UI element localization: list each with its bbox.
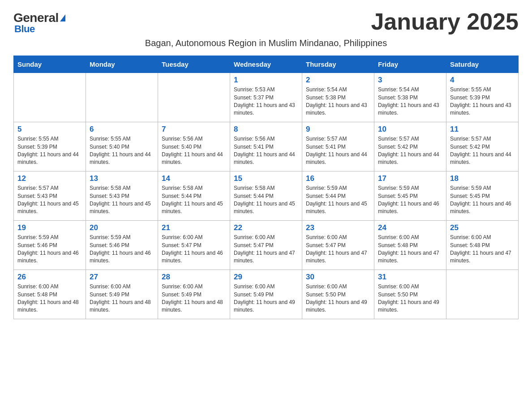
- day-number: 23: [306, 223, 370, 232]
- calendar-body: 1Sunrise: 5:53 AMSunset: 5:37 PMDaylight…: [14, 73, 519, 319]
- week-row-3: 12Sunrise: 5:57 AMSunset: 5:43 PMDayligh…: [14, 171, 519, 221]
- day-cell-8: 8Sunrise: 5:56 AMSunset: 5:41 PMDaylight…: [230, 122, 302, 171]
- day-info: Sunrise: 5:55 AMSunset: 5:40 PMDaylight:…: [90, 135, 154, 167]
- day-info: Sunrise: 5:59 AMSunset: 5:44 PMDaylight:…: [306, 184, 370, 216]
- day-info: Sunrise: 5:59 AMSunset: 5:46 PMDaylight:…: [90, 234, 154, 265]
- day-number: 27: [90, 273, 154, 282]
- day-number: 26: [17, 273, 82, 282]
- day-number: 30: [306, 273, 370, 282]
- day-info: Sunrise: 5:58 AMSunset: 5:44 PMDaylight:…: [162, 184, 226, 216]
- day-number: 16: [306, 174, 370, 183]
- day-number: 20: [90, 223, 154, 232]
- day-number: 4: [450, 76, 515, 85]
- day-cell-29: 29Sunrise: 6:00 AMSunset: 5:49 PMDayligh…: [230, 270, 302, 319]
- day-number: 3: [378, 76, 442, 85]
- logo: General Blue: [13, 9, 65, 34]
- day-number: 28: [162, 273, 226, 282]
- day-number: 29: [234, 273, 298, 282]
- day-cell-27: 27Sunrise: 6:00 AMSunset: 5:49 PMDayligh…: [86, 270, 158, 319]
- header-wednesday: Wednesday: [230, 56, 302, 73]
- day-cell-16: 16Sunrise: 5:59 AMSunset: 5:44 PMDayligh…: [302, 171, 374, 221]
- week-row-4: 19Sunrise: 5:59 AMSunset: 5:46 PMDayligh…: [14, 221, 519, 270]
- day-number: 6: [90, 125, 154, 134]
- day-info: Sunrise: 5:59 AMSunset: 5:45 PMDaylight:…: [378, 184, 442, 216]
- logo-blue: Blue: [14, 24, 35, 34]
- page-title: January 2025: [371, 9, 519, 34]
- day-number: 14: [162, 174, 226, 183]
- day-info: Sunrise: 6:00 AMSunset: 5:48 PMDaylight:…: [378, 234, 442, 265]
- day-number: 22: [234, 223, 298, 232]
- day-info: Sunrise: 5:58 AMSunset: 5:44 PMDaylight:…: [234, 184, 298, 216]
- empty-cell: [14, 73, 86, 122]
- day-number: 10: [378, 125, 442, 134]
- day-cell-7: 7Sunrise: 5:56 AMSunset: 5:40 PMDaylight…: [158, 122, 230, 171]
- week-row-5: 26Sunrise: 6:00 AMSunset: 5:48 PMDayligh…: [14, 270, 519, 319]
- day-info: Sunrise: 6:00 AMSunset: 5:50 PMDaylight:…: [306, 283, 370, 314]
- day-number: 8: [234, 125, 298, 134]
- day-info: Sunrise: 5:59 AMSunset: 5:45 PMDaylight:…: [450, 184, 515, 216]
- day-cell-28: 28Sunrise: 6:00 AMSunset: 5:49 PMDayligh…: [158, 270, 230, 319]
- day-info: Sunrise: 6:00 AMSunset: 5:49 PMDaylight:…: [162, 283, 226, 314]
- day-number: 13: [90, 174, 154, 183]
- day-cell-6: 6Sunrise: 5:55 AMSunset: 5:40 PMDaylight…: [86, 122, 158, 171]
- day-cell-4: 4Sunrise: 5:55 AMSunset: 5:39 PMDaylight…: [446, 73, 519, 122]
- day-cell-5: 5Sunrise: 5:55 AMSunset: 5:39 PMDaylight…: [14, 122, 86, 171]
- day-number: 5: [17, 125, 82, 134]
- day-info: Sunrise: 5:56 AMSunset: 5:40 PMDaylight:…: [162, 135, 226, 167]
- logo-triangle-icon: [60, 14, 65, 21]
- day-cell-13: 13Sunrise: 5:58 AMSunset: 5:43 PMDayligh…: [86, 171, 158, 221]
- day-info: Sunrise: 5:55 AMSunset: 5:39 PMDaylight:…: [17, 135, 82, 167]
- day-cell-2: 2Sunrise: 5:54 AMSunset: 5:38 PMDaylight…: [302, 73, 374, 122]
- day-cell-23: 23Sunrise: 6:00 AMSunset: 5:47 PMDayligh…: [302, 221, 374, 270]
- day-number: 12: [17, 174, 82, 183]
- calendar-table: SundayMondayTuesdayWednesdayThursdayFrid…: [13, 56, 519, 319]
- day-number: 17: [378, 174, 442, 183]
- day-cell-12: 12Sunrise: 5:57 AMSunset: 5:43 PMDayligh…: [14, 171, 86, 221]
- day-number: 24: [378, 223, 442, 232]
- day-cell-9: 9Sunrise: 5:57 AMSunset: 5:41 PMDaylight…: [302, 122, 374, 171]
- day-info: Sunrise: 5:54 AMSunset: 5:38 PMDaylight:…: [306, 86, 370, 117]
- day-cell-10: 10Sunrise: 5:57 AMSunset: 5:42 PMDayligh…: [374, 122, 446, 171]
- header-monday: Monday: [86, 56, 158, 73]
- day-cell-21: 21Sunrise: 6:00 AMSunset: 5:47 PMDayligh…: [158, 221, 230, 270]
- day-cell-1: 1Sunrise: 5:53 AMSunset: 5:37 PMDaylight…: [230, 73, 302, 122]
- empty-cell: [158, 73, 230, 122]
- header-sunday: Sunday: [14, 56, 86, 73]
- day-number: 9: [306, 125, 370, 134]
- header-row: SundayMondayTuesdayWednesdayThursdayFrid…: [14, 56, 519, 73]
- calendar-header: SundayMondayTuesdayWednesdayThursdayFrid…: [14, 56, 519, 73]
- header-saturday: Saturday: [446, 56, 519, 73]
- day-info: Sunrise: 6:00 AMSunset: 5:47 PMDaylight:…: [306, 234, 370, 265]
- day-cell-19: 19Sunrise: 5:59 AMSunset: 5:46 PMDayligh…: [14, 221, 86, 270]
- day-cell-20: 20Sunrise: 5:59 AMSunset: 5:46 PMDayligh…: [86, 221, 158, 270]
- day-info: Sunrise: 6:00 AMSunset: 5:47 PMDaylight:…: [162, 234, 226, 265]
- day-cell-24: 24Sunrise: 6:00 AMSunset: 5:48 PMDayligh…: [374, 221, 446, 270]
- day-cell-3: 3Sunrise: 5:54 AMSunset: 5:38 PMDaylight…: [374, 73, 446, 122]
- day-info: Sunrise: 5:58 AMSunset: 5:43 PMDaylight:…: [90, 184, 154, 216]
- header-tuesday: Tuesday: [158, 56, 230, 73]
- day-info: Sunrise: 6:00 AMSunset: 5:50 PMDaylight:…: [378, 283, 442, 314]
- day-cell-18: 18Sunrise: 5:59 AMSunset: 5:45 PMDayligh…: [446, 171, 519, 221]
- day-cell-26: 26Sunrise: 6:00 AMSunset: 5:48 PMDayligh…: [14, 270, 86, 319]
- day-number: 25: [450, 223, 515, 232]
- day-info: Sunrise: 5:57 AMSunset: 5:43 PMDaylight:…: [17, 184, 82, 216]
- day-cell-22: 22Sunrise: 6:00 AMSunset: 5:47 PMDayligh…: [230, 221, 302, 270]
- day-cell-14: 14Sunrise: 5:58 AMSunset: 5:44 PMDayligh…: [158, 171, 230, 221]
- day-number: 1: [234, 76, 298, 85]
- header-thursday: Thursday: [302, 56, 374, 73]
- day-cell-15: 15Sunrise: 5:58 AMSunset: 5:44 PMDayligh…: [230, 171, 302, 221]
- day-number: 11: [450, 125, 515, 134]
- day-info: Sunrise: 5:57 AMSunset: 5:42 PMDaylight:…: [450, 135, 515, 167]
- day-info: Sunrise: 6:00 AMSunset: 5:49 PMDaylight:…: [234, 283, 298, 314]
- subtitle: Bagan, Autonomous Region in Muslim Minda…: [13, 38, 519, 48]
- week-row-1: 1Sunrise: 5:53 AMSunset: 5:37 PMDaylight…: [14, 73, 519, 122]
- day-number: 7: [162, 125, 226, 134]
- day-number: 19: [17, 223, 82, 232]
- day-info: Sunrise: 6:00 AMSunset: 5:48 PMDaylight:…: [450, 234, 515, 265]
- day-info: Sunrise: 5:57 AMSunset: 5:41 PMDaylight:…: [306, 135, 370, 167]
- day-cell-11: 11Sunrise: 5:57 AMSunset: 5:42 PMDayligh…: [446, 122, 519, 171]
- empty-cell: [86, 73, 158, 122]
- day-info: Sunrise: 5:53 AMSunset: 5:37 PMDaylight:…: [234, 86, 298, 117]
- day-cell-30: 30Sunrise: 6:00 AMSunset: 5:50 PMDayligh…: [302, 270, 374, 319]
- day-info: Sunrise: 6:00 AMSunset: 5:49 PMDaylight:…: [90, 283, 154, 314]
